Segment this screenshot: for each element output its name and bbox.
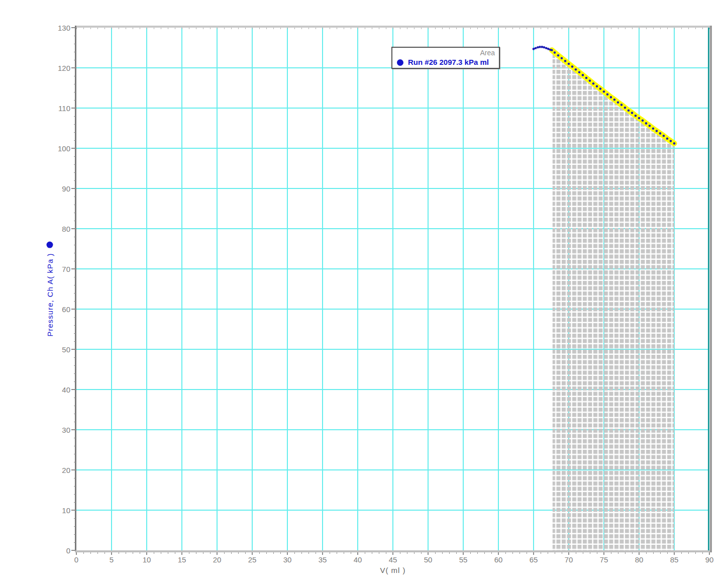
x-tick-mark bbox=[140, 552, 140, 554]
y-tick-mark bbox=[74, 414, 76, 414]
y-tick-mark bbox=[74, 381, 76, 382]
x-tick-mark bbox=[379, 552, 379, 554]
y-tick-mark bbox=[74, 494, 76, 495]
x-tick-mark bbox=[330, 552, 330, 554]
y-tick-mark bbox=[71, 469, 76, 470]
y-tick-mark bbox=[71, 510, 76, 511]
y-tick-label: 100 bbox=[47, 144, 70, 153]
y-tick-mark bbox=[74, 156, 76, 157]
y-tick-mark bbox=[74, 518, 76, 519]
x-tick-mark bbox=[210, 552, 211, 554]
y-tick-label: 30 bbox=[47, 426, 70, 434]
x-tick-mark bbox=[287, 552, 288, 555]
x-top-tick-mark bbox=[294, 28, 295, 29]
x-tick-mark bbox=[449, 552, 450, 554]
y-tick-mark bbox=[74, 36, 76, 36]
plot-area[interactable] bbox=[76, 28, 709, 550]
legend[interactable]: Area Run #26 2097.3 kPa ml bbox=[391, 47, 500, 69]
x-tick-label: 80 bbox=[628, 555, 650, 564]
x-top-tick-mark bbox=[583, 28, 583, 29]
x-top-tick-mark bbox=[316, 28, 316, 29]
x-tick-mark bbox=[189, 552, 189, 554]
x-tick-label: 60 bbox=[487, 555, 509, 564]
x-tick-mark bbox=[519, 552, 520, 554]
x-tick-mark bbox=[702, 552, 703, 554]
x-tick-mark bbox=[224, 552, 225, 554]
x-tick-mark bbox=[541, 552, 541, 554]
y-tick-mark bbox=[74, 164, 76, 165]
x-tick-mark bbox=[266, 552, 267, 554]
x-top-tick-mark bbox=[210, 28, 211, 29]
plot-border-right bbox=[710, 26, 712, 552]
x-tick-label: 40 bbox=[347, 555, 369, 564]
x-tick-mark bbox=[611, 552, 611, 554]
y-tick-mark bbox=[74, 172, 76, 173]
x-tick-mark bbox=[435, 552, 436, 554]
x-top-tick-mark bbox=[203, 28, 203, 29]
x-top-tick-mark bbox=[105, 28, 105, 29]
x-tick-label: 75 bbox=[593, 555, 615, 564]
y-tick-mark bbox=[74, 180, 76, 181]
x-tick-mark bbox=[231, 552, 232, 554]
x-tick-mark bbox=[245, 552, 246, 554]
x-top-tick-mark bbox=[576, 28, 576, 29]
x-tick-mark bbox=[175, 552, 175, 554]
x-top-tick-mark bbox=[442, 28, 443, 29]
x-tick-mark bbox=[597, 552, 597, 554]
x-tick-label: 0 bbox=[65, 555, 87, 564]
x-axis-line bbox=[75, 550, 712, 552]
x-tick-mark bbox=[280, 552, 281, 554]
x-tick-mark bbox=[76, 552, 77, 555]
x-tick-mark bbox=[97, 552, 98, 554]
x-tick-label: 20 bbox=[206, 555, 228, 564]
x-top-tick-mark bbox=[323, 28, 323, 29]
x-tick-mark bbox=[456, 552, 457, 554]
x-tick-mark bbox=[154, 552, 154, 554]
y-tick-mark bbox=[74, 245, 76, 245]
y-tick-mark bbox=[74, 100, 76, 101]
y-tick-mark bbox=[74, 534, 76, 535]
y-tick-mark bbox=[71, 67, 76, 68]
x-tick-mark bbox=[477, 552, 478, 554]
y-tick-mark bbox=[74, 341, 76, 342]
x-top-tick-mark bbox=[562, 28, 562, 29]
x-tick-mark bbox=[414, 552, 414, 554]
x-tick-mark bbox=[505, 552, 506, 554]
x-tick-mark bbox=[653, 552, 654, 554]
x-tick-mark bbox=[491, 552, 492, 554]
x-tick-mark bbox=[639, 552, 640, 555]
x-tick-mark bbox=[119, 552, 119, 554]
x-tick-mark bbox=[259, 552, 260, 554]
x-tick-mark bbox=[111, 552, 112, 555]
y-tick-mark bbox=[74, 84, 76, 84]
x-tick-mark bbox=[428, 552, 429, 555]
x-tick-mark bbox=[576, 552, 576, 554]
y-tick-mark bbox=[74, 205, 76, 205]
x-top-tick-mark bbox=[414, 28, 414, 29]
x-top-tick-mark bbox=[168, 28, 168, 29]
chart-canvas[interactable] bbox=[76, 28, 709, 550]
x-tick-mark bbox=[372, 552, 372, 554]
x-top-tick-mark bbox=[344, 28, 344, 29]
y-tick-mark bbox=[74, 124, 76, 125]
y-tick-mark bbox=[74, 261, 76, 261]
y-tick-mark bbox=[74, 140, 76, 141]
x-tick-mark bbox=[512, 552, 513, 554]
x-top-tick-mark bbox=[590, 28, 590, 29]
y-tick-mark bbox=[74, 277, 76, 277]
y-tick-label: 20 bbox=[47, 466, 70, 474]
y-tick-label: 50 bbox=[47, 345, 70, 354]
x-tick-mark bbox=[667, 552, 668, 554]
x-tick-mark bbox=[688, 552, 689, 554]
y-tick-mark bbox=[74, 92, 76, 92]
x-top-tick-mark bbox=[470, 28, 471, 29]
x-tick-mark bbox=[555, 552, 555, 554]
x-tick-mark bbox=[181, 552, 182, 555]
x-tick-mark bbox=[695, 552, 696, 554]
x-tick-label: 70 bbox=[558, 555, 580, 564]
y-tick-label: 10 bbox=[47, 506, 70, 515]
y-tick-label: 120 bbox=[47, 64, 70, 72]
x-tick-mark bbox=[632, 552, 633, 554]
y-tick-mark bbox=[71, 188, 76, 189]
x-top-tick-mark bbox=[407, 28, 407, 29]
